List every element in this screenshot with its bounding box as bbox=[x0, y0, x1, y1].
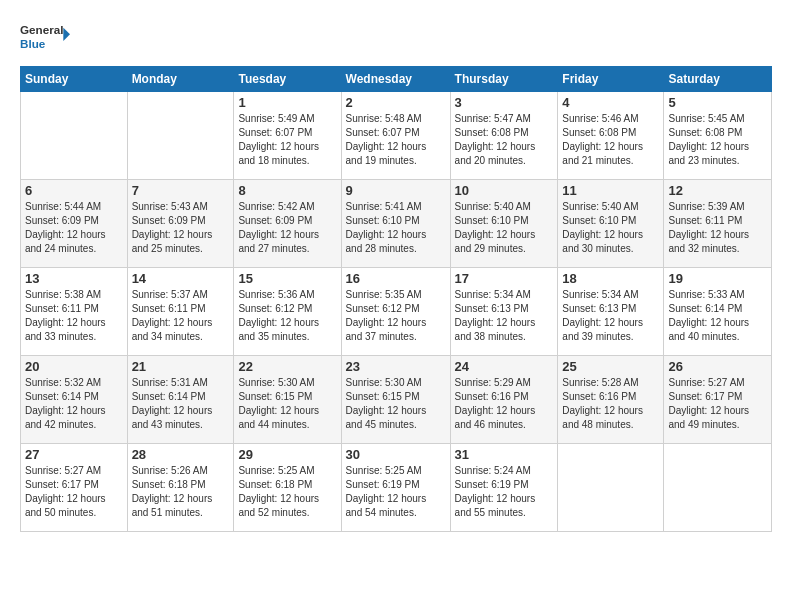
day-number: 30 bbox=[346, 447, 446, 462]
header-thursday: Thursday bbox=[450, 67, 558, 92]
header-wednesday: Wednesday bbox=[341, 67, 450, 92]
cell-w4-d1: 21Sunrise: 5:31 AM Sunset: 6:14 PM Dayli… bbox=[127, 356, 234, 444]
day-number: 25 bbox=[562, 359, 659, 374]
cell-w5-d1: 28Sunrise: 5:26 AM Sunset: 6:18 PM Dayli… bbox=[127, 444, 234, 532]
cell-w2-d6: 12Sunrise: 5:39 AM Sunset: 6:11 PM Dayli… bbox=[664, 180, 772, 268]
calendar-table: SundayMondayTuesdayWednesdayThursdayFrid… bbox=[20, 66, 772, 532]
day-info: Sunrise: 5:33 AM Sunset: 6:14 PM Dayligh… bbox=[668, 288, 767, 344]
header-saturday: Saturday bbox=[664, 67, 772, 92]
day-number: 20 bbox=[25, 359, 123, 374]
day-number: 8 bbox=[238, 183, 336, 198]
page: General Blue SundayMondayTuesdayWednesda… bbox=[0, 0, 792, 612]
cell-w2-d4: 10Sunrise: 5:40 AM Sunset: 6:10 PM Dayli… bbox=[450, 180, 558, 268]
day-number: 12 bbox=[668, 183, 767, 198]
cell-w2-d1: 7Sunrise: 5:43 AM Sunset: 6:09 PM Daylig… bbox=[127, 180, 234, 268]
cell-w1-d2: 1Sunrise: 5:49 AM Sunset: 6:07 PM Daylig… bbox=[234, 92, 341, 180]
day-number: 27 bbox=[25, 447, 123, 462]
day-info: Sunrise: 5:46 AM Sunset: 6:08 PM Dayligh… bbox=[562, 112, 659, 168]
day-info: Sunrise: 5:30 AM Sunset: 6:15 PM Dayligh… bbox=[346, 376, 446, 432]
cell-w5-d2: 29Sunrise: 5:25 AM Sunset: 6:18 PM Dayli… bbox=[234, 444, 341, 532]
cell-w3-d2: 15Sunrise: 5:36 AM Sunset: 6:12 PM Dayli… bbox=[234, 268, 341, 356]
day-info: Sunrise: 5:27 AM Sunset: 6:17 PM Dayligh… bbox=[668, 376, 767, 432]
day-info: Sunrise: 5:32 AM Sunset: 6:14 PM Dayligh… bbox=[25, 376, 123, 432]
day-number: 3 bbox=[455, 95, 554, 110]
cell-w3-d1: 14Sunrise: 5:37 AM Sunset: 6:11 PM Dayli… bbox=[127, 268, 234, 356]
cell-w3-d5: 18Sunrise: 5:34 AM Sunset: 6:13 PM Dayli… bbox=[558, 268, 664, 356]
day-number: 7 bbox=[132, 183, 230, 198]
day-info: Sunrise: 5:26 AM Sunset: 6:18 PM Dayligh… bbox=[132, 464, 230, 520]
cell-w5-d4: 31Sunrise: 5:24 AM Sunset: 6:19 PM Dayli… bbox=[450, 444, 558, 532]
day-number: 26 bbox=[668, 359, 767, 374]
day-info: Sunrise: 5:35 AM Sunset: 6:12 PM Dayligh… bbox=[346, 288, 446, 344]
day-number: 21 bbox=[132, 359, 230, 374]
day-number: 28 bbox=[132, 447, 230, 462]
svg-text:Blue: Blue bbox=[20, 37, 46, 50]
logo: General Blue bbox=[20, 16, 70, 56]
day-info: Sunrise: 5:39 AM Sunset: 6:11 PM Dayligh… bbox=[668, 200, 767, 256]
cell-w5-d5 bbox=[558, 444, 664, 532]
day-number: 31 bbox=[455, 447, 554, 462]
day-number: 22 bbox=[238, 359, 336, 374]
day-info: Sunrise: 5:27 AM Sunset: 6:17 PM Dayligh… bbox=[25, 464, 123, 520]
day-info: Sunrise: 5:31 AM Sunset: 6:14 PM Dayligh… bbox=[132, 376, 230, 432]
cell-w4-d0: 20Sunrise: 5:32 AM Sunset: 6:14 PM Dayli… bbox=[21, 356, 128, 444]
day-number: 11 bbox=[562, 183, 659, 198]
cell-w4-d3: 23Sunrise: 5:30 AM Sunset: 6:15 PM Dayli… bbox=[341, 356, 450, 444]
cell-w3-d3: 16Sunrise: 5:35 AM Sunset: 6:12 PM Dayli… bbox=[341, 268, 450, 356]
calendar-header-row: SundayMondayTuesdayWednesdayThursdayFrid… bbox=[21, 67, 772, 92]
day-number: 6 bbox=[25, 183, 123, 198]
cell-w4-d2: 22Sunrise: 5:30 AM Sunset: 6:15 PM Dayli… bbox=[234, 356, 341, 444]
day-info: Sunrise: 5:34 AM Sunset: 6:13 PM Dayligh… bbox=[455, 288, 554, 344]
day-number: 1 bbox=[238, 95, 336, 110]
header-monday: Monday bbox=[127, 67, 234, 92]
day-info: Sunrise: 5:34 AM Sunset: 6:13 PM Dayligh… bbox=[562, 288, 659, 344]
day-info: Sunrise: 5:29 AM Sunset: 6:16 PM Dayligh… bbox=[455, 376, 554, 432]
cell-w1-d0 bbox=[21, 92, 128, 180]
cell-w1-d4: 3Sunrise: 5:47 AM Sunset: 6:08 PM Daylig… bbox=[450, 92, 558, 180]
cell-w1-d1 bbox=[127, 92, 234, 180]
day-info: Sunrise: 5:45 AM Sunset: 6:08 PM Dayligh… bbox=[668, 112, 767, 168]
cell-w1-d6: 5Sunrise: 5:45 AM Sunset: 6:08 PM Daylig… bbox=[664, 92, 772, 180]
svg-marker-2 bbox=[63, 28, 70, 41]
day-info: Sunrise: 5:41 AM Sunset: 6:10 PM Dayligh… bbox=[346, 200, 446, 256]
week-row-4: 20Sunrise: 5:32 AM Sunset: 6:14 PM Dayli… bbox=[21, 356, 772, 444]
day-info: Sunrise: 5:25 AM Sunset: 6:18 PM Dayligh… bbox=[238, 464, 336, 520]
day-info: Sunrise: 5:38 AM Sunset: 6:11 PM Dayligh… bbox=[25, 288, 123, 344]
day-info: Sunrise: 5:43 AM Sunset: 6:09 PM Dayligh… bbox=[132, 200, 230, 256]
header-tuesday: Tuesday bbox=[234, 67, 341, 92]
logo-svg: General Blue bbox=[20, 16, 70, 56]
cell-w4-d4: 24Sunrise: 5:29 AM Sunset: 6:16 PM Dayli… bbox=[450, 356, 558, 444]
week-row-5: 27Sunrise: 5:27 AM Sunset: 6:17 PM Dayli… bbox=[21, 444, 772, 532]
cell-w2-d2: 8Sunrise: 5:42 AM Sunset: 6:09 PM Daylig… bbox=[234, 180, 341, 268]
cell-w5-d0: 27Sunrise: 5:27 AM Sunset: 6:17 PM Dayli… bbox=[21, 444, 128, 532]
week-row-2: 6Sunrise: 5:44 AM Sunset: 6:09 PM Daylig… bbox=[21, 180, 772, 268]
day-info: Sunrise: 5:40 AM Sunset: 6:10 PM Dayligh… bbox=[562, 200, 659, 256]
cell-w2-d5: 11Sunrise: 5:40 AM Sunset: 6:10 PM Dayli… bbox=[558, 180, 664, 268]
day-info: Sunrise: 5:36 AM Sunset: 6:12 PM Dayligh… bbox=[238, 288, 336, 344]
day-info: Sunrise: 5:48 AM Sunset: 6:07 PM Dayligh… bbox=[346, 112, 446, 168]
day-number: 15 bbox=[238, 271, 336, 286]
day-number: 13 bbox=[25, 271, 123, 286]
day-number: 29 bbox=[238, 447, 336, 462]
day-info: Sunrise: 5:25 AM Sunset: 6:19 PM Dayligh… bbox=[346, 464, 446, 520]
header-friday: Friday bbox=[558, 67, 664, 92]
day-info: Sunrise: 5:28 AM Sunset: 6:16 PM Dayligh… bbox=[562, 376, 659, 432]
day-number: 4 bbox=[562, 95, 659, 110]
day-number: 17 bbox=[455, 271, 554, 286]
cell-w5-d6 bbox=[664, 444, 772, 532]
day-info: Sunrise: 5:47 AM Sunset: 6:08 PM Dayligh… bbox=[455, 112, 554, 168]
day-info: Sunrise: 5:44 AM Sunset: 6:09 PM Dayligh… bbox=[25, 200, 123, 256]
day-info: Sunrise: 5:49 AM Sunset: 6:07 PM Dayligh… bbox=[238, 112, 336, 168]
day-number: 10 bbox=[455, 183, 554, 198]
cell-w3-d6: 19Sunrise: 5:33 AM Sunset: 6:14 PM Dayli… bbox=[664, 268, 772, 356]
day-number: 2 bbox=[346, 95, 446, 110]
day-info: Sunrise: 5:30 AM Sunset: 6:15 PM Dayligh… bbox=[238, 376, 336, 432]
cell-w5-d3: 30Sunrise: 5:25 AM Sunset: 6:19 PM Dayli… bbox=[341, 444, 450, 532]
day-number: 14 bbox=[132, 271, 230, 286]
svg-text:General: General bbox=[20, 23, 63, 36]
header: General Blue bbox=[20, 16, 772, 56]
day-info: Sunrise: 5:37 AM Sunset: 6:11 PM Dayligh… bbox=[132, 288, 230, 344]
cell-w2-d0: 6Sunrise: 5:44 AM Sunset: 6:09 PM Daylig… bbox=[21, 180, 128, 268]
cell-w3-d4: 17Sunrise: 5:34 AM Sunset: 6:13 PM Dayli… bbox=[450, 268, 558, 356]
cell-w4-d5: 25Sunrise: 5:28 AM Sunset: 6:16 PM Dayli… bbox=[558, 356, 664, 444]
